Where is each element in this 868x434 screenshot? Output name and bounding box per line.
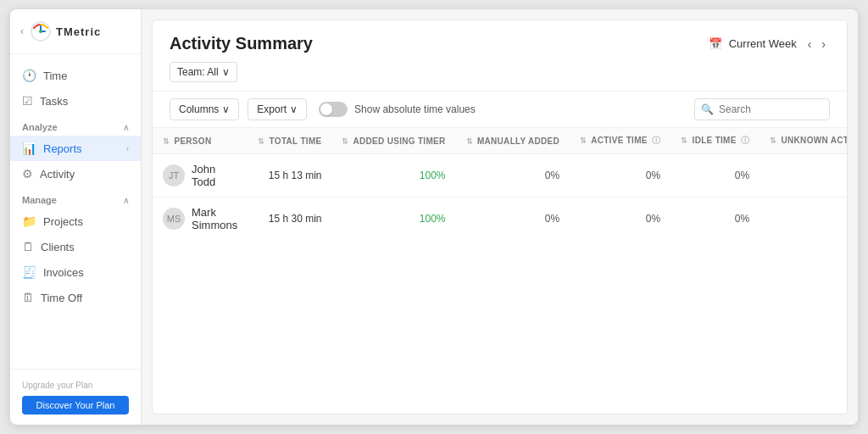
sidebar-item-clients-label: Clients <box>41 241 75 253</box>
analyze-chevron-icon: ∧ <box>123 123 129 132</box>
person-name-0: John Todd <box>192 163 237 188</box>
cell-person-0: JT John Todd <box>153 154 248 198</box>
person-sort-icon: ⇅ <box>163 137 170 146</box>
sidebar-item-activity-label: Activity <box>40 168 75 181</box>
toggle-knob <box>320 103 332 115</box>
sidebar-item-time[interactable]: 🕐 Time <box>10 63 141 88</box>
table-row: JT John Todd 15 h 13 min 100% 0% 0% 0% 1… <box>153 154 847 198</box>
sidebar-item-time-off-label: Time Off <box>41 292 82 304</box>
col-total-time-label: Total Time <box>270 136 322 146</box>
col-manually-added-label: Manually Added <box>477 136 559 146</box>
sidebar-footer: Upgrade your Plan Discover Your Plan <box>10 369 141 425</box>
header-right: 📅 Current Week ‹ › <box>709 36 830 53</box>
active-time-info-icon: ⓘ <box>652 136 660 145</box>
col-total-time: ⇅ Total Time <box>248 128 331 154</box>
sidebar-item-activity[interactable]: ⚙ Activity <box>10 161 141 186</box>
sidebar-item-time-off[interactable]: 🗓 Time Off <box>10 285 141 310</box>
absolute-time-toggle[interactable] <box>319 102 348 117</box>
col-unknown-activity: ⇅ Unknown Activity ⓘ <box>760 128 847 154</box>
cell-active-time-0: 0% <box>570 154 670 198</box>
prev-week-button[interactable]: ‹ <box>804 36 816 53</box>
sidebar-item-invoices-label: Invoices <box>43 266 84 279</box>
calendar-icon: 📅 <box>709 37 722 50</box>
col-unknown-activity-label: Unknown Activity <box>782 136 847 145</box>
export-chevron-icon: ∨ <box>290 103 298 115</box>
col-manually-added: ⇅ Manually Added <box>456 128 570 154</box>
cell-person-1: MS Mark Simmons <box>153 198 248 241</box>
cell-unknown-activity-1: 100% <box>760 198 847 241</box>
toggle-wrap: Show absolute time values <box>319 102 476 117</box>
team-filter-dropdown[interactable]: Team: All ∨ <box>170 62 237 82</box>
sidebar-item-projects-label: Projects <box>43 215 83 228</box>
team-filter-label: Team: All <box>177 66 219 78</box>
upgrade-text: Upgrade your Plan <box>22 380 129 391</box>
tasks-icon: ☑ <box>22 94 33 108</box>
time-off-icon: 🗓 <box>22 291 34 304</box>
sidebar-item-time-label: Time <box>43 70 67 82</box>
current-week-label: Current Week <box>729 37 797 50</box>
sidebar-logo: TMetric <box>31 21 101 42</box>
cell-added-timer-1: 100% <box>331 198 455 241</box>
cell-unknown-activity-0: 100% <box>760 154 847 198</box>
analyze-section-header[interactable]: Analyze ∧ <box>10 114 141 136</box>
tmetric-logo-icon <box>31 21 51 42</box>
activity-icon: ⚙ <box>22 167 33 181</box>
main-content: Activity Summary 📅 Current Week ‹ › Team… <box>142 9 858 425</box>
sidebar-item-invoices[interactable]: 🧾 Invoices <box>10 259 141 285</box>
manage-chevron-icon: ∧ <box>123 196 129 205</box>
col-idle-time-label: Idle Time <box>693 136 737 145</box>
toggle-label: Show absolute time values <box>354 103 476 115</box>
time-icon: 🕐 <box>22 69 36 82</box>
reports-icon: 📊 <box>22 142 36 155</box>
toolbar: Columns ∨ Export ∨ Show absolute time va… <box>153 91 847 128</box>
page-title: Activity Summary <box>170 34 313 53</box>
cell-manually-added-1: 0% <box>456 198 570 241</box>
sidebar-item-reports-label: Reports <box>43 142 82 155</box>
col-active-time-label: Active Time <box>591 136 648 145</box>
team-filter-chevron-icon: ∨ <box>222 66 230 78</box>
export-label: Export <box>257 103 287 115</box>
sidebar-item-projects[interactable]: 📁 Projects <box>10 209 141 234</box>
active-time-sort-icon: ⇅ <box>580 136 587 145</box>
reports-chevron-icon: › <box>126 144 129 153</box>
unknown-activity-sort-icon: ⇅ <box>770 136 776 145</box>
idle-time-info-icon: ⓘ <box>741 136 749 145</box>
cell-manually-added-0: 0% <box>456 154 570 198</box>
col-active-time: ⇅ Active Time ⓘ <box>570 128 670 154</box>
total-time-sort-icon: ⇅ <box>258 137 264 146</box>
columns-chevron-icon: ∨ <box>222 103 230 115</box>
col-added-timer: ⇅ Added Using Timer <box>331 128 455 154</box>
avatar-1: MS <box>163 208 185 230</box>
page-header: Activity Summary 📅 Current Week ‹ › <box>153 20 847 62</box>
col-person-label: Person <box>174 136 211 146</box>
sidebar-navigation: 🕐 Time ☑ Tasks Analyze ∧ 📊 Reports › ⚙ A… <box>10 54 141 369</box>
cell-idle-time-1: 0% <box>670 198 760 241</box>
table-row: MS Mark Simmons 15 h 30 min 100% 0% 0% 0… <box>153 198 847 241</box>
col-idle-time: ⇅ Idle Time ⓘ <box>670 128 760 154</box>
manually-added-sort-icon: ⇅ <box>466 137 473 146</box>
upgrade-button[interactable]: Discover Your Plan <box>22 396 129 415</box>
sidebar-item-reports[interactable]: 📊 Reports › <box>10 136 141 161</box>
svg-point-1 <box>39 30 42 33</box>
col-person: ⇅ Person <box>153 128 248 154</box>
table-header-row: ⇅ Person ⇅ Total Time ⇅ Added Using Time… <box>153 128 847 154</box>
projects-icon: 📁 <box>22 214 36 228</box>
sidebar: ‹ TMetric 🕐 Time ☑ Tasks <box>10 9 142 425</box>
search-icon: 🔍 <box>701 103 714 115</box>
week-navigation: ‹ › <box>804 36 830 53</box>
sidebar-item-tasks[interactable]: ☑ Tasks <box>10 88 141 114</box>
sidebar-back-button[interactable]: ‹ <box>20 25 24 37</box>
table-wrap: ⇅ Person ⇅ Total Time ⇅ Added Using Time… <box>153 128 847 414</box>
avatar-0: JT <box>163 164 185 186</box>
manage-section-header[interactable]: Manage ∧ <box>10 186 141 209</box>
main-inner: Activity Summary 📅 Current Week ‹ › Team… <box>152 19 848 415</box>
export-button[interactable]: Export ∨ <box>248 98 307 120</box>
columns-button[interactable]: Columns ∨ <box>170 98 239 120</box>
activity-table: ⇅ Person ⇅ Total Time ⇅ Added Using Time… <box>153 128 847 240</box>
sidebar-item-tasks-label: Tasks <box>40 95 68 108</box>
invoices-icon: 🧾 <box>22 265 36 279</box>
next-week-button[interactable]: › <box>817 36 830 53</box>
sidebar-item-clients[interactable]: 🗒 Clients <box>10 234 141 259</box>
search-input[interactable] <box>694 98 830 120</box>
app-frame: ‹ TMetric 🕐 Time ☑ Tasks <box>10 9 858 425</box>
